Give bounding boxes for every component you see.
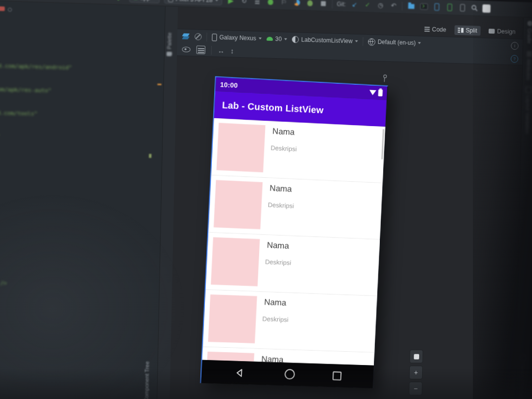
list-item[interactable]: Nama Deskripsi	[208, 175, 382, 240]
tab-code-label: Code	[432, 26, 446, 33]
api-picker-label: 30	[275, 35, 282, 42]
device-file-explorer-icon	[520, 355, 526, 362]
list-item[interactable]: Nama Deskripsi	[203, 290, 377, 353]
component-tree-tab[interactable]: Component Tree	[142, 361, 150, 399]
attributes-tab[interactable]: Attributes	[526, 51, 532, 80]
device-manager-icon[interactable]	[432, 2, 441, 11]
locale-picker-label: Default (en-us)	[377, 38, 416, 46]
code-line[interactable]: …w" />	[0, 280, 67, 291]
code-line[interactable]: …id.com/apk/res/android"	[0, 63, 72, 75]
run-button[interactable]: ▶	[227, 0, 235, 5]
nav-home-icon[interactable]	[284, 369, 295, 380]
run-configuration-select[interactable]: app	[129, 0, 160, 3]
palette-label: Palette	[166, 33, 172, 50]
attach-debugger-button[interactable]: ⚐	[279, 0, 288, 7]
xml-code[interactable]: …id.com/apk/res/android" …com/apk/res-au…	[0, 49, 72, 304]
locale-picker[interactable]: Default (en-us)	[368, 38, 421, 47]
layout-validation-tab[interactable]: Layout Validation	[525, 87, 532, 134]
git-rollback-button[interactable]: ↶	[389, 1, 398, 10]
tab-design[interactable]: Design	[485, 26, 519, 37]
theme-icon	[292, 36, 299, 43]
key-icon	[382, 74, 387, 82]
tab-split[interactable]: Split	[454, 25, 481, 35]
profiler-button[interactable]	[293, 0, 301, 7]
notifications-icon[interactable]	[483, 4, 491, 13]
git-update-button[interactable]: ↙	[350, 0, 359, 9]
nav-back-icon[interactable]	[234, 367, 245, 378]
tab-code[interactable]: Code	[421, 24, 450, 34]
item-title: Nama	[264, 298, 287, 308]
palette-icon	[166, 52, 171, 56]
git-history-button[interactable]: ◷	[376, 0, 385, 9]
debug-button[interactable]	[266, 0, 275, 6]
project-structure-icon[interactable]	[407, 1, 416, 10]
stop-button[interactable]	[319, 0, 328, 8]
item-subtitle: Deskripsi	[262, 315, 289, 324]
zoom-in-button[interactable]: +	[409, 366, 423, 379]
view-options-icon[interactable]	[182, 47, 190, 53]
zoom-fit-icon	[414, 354, 419, 359]
build-wrench-icon[interactable]	[117, 0, 125, 1]
tab-design-label: Design	[497, 28, 516, 35]
chevron-down-icon	[418, 42, 421, 44]
search-icon[interactable]	[471, 4, 479, 12]
layout-validation-label: Layout Validation	[525, 95, 531, 133]
nav-recents-icon[interactable]	[332, 371, 341, 380]
chevron-down-icon	[259, 37, 262, 39]
device-picker-label: Galaxy Nexus	[219, 34, 256, 42]
toolbar-divider	[332, 0, 332, 8]
zoom-out-button[interactable]: −	[409, 382, 423, 396]
info-icon[interactable]: i	[511, 42, 519, 50]
sync-project-button[interactable]	[253, 0, 262, 6]
gradle-tab[interactable]: Gradle	[527, 21, 532, 44]
item-title: Nama	[266, 240, 289, 251]
profile-apk-button[interactable]	[306, 0, 315, 7]
apply-changes-button[interactable]: ↻	[239, 0, 248, 5]
color-off-icon[interactable]	[195, 33, 201, 40]
api-picker[interactable]: 30	[266, 35, 287, 43]
design-surface-icon[interactable]	[182, 33, 190, 39]
sdk-manager-icon[interactable]	[459, 3, 467, 12]
item-thumbnail	[216, 123, 265, 172]
layout-list-icon[interactable]	[196, 45, 205, 54]
running-devices-icon[interactable]	[445, 3, 454, 12]
component-tree-label: Component Tree	[143, 361, 150, 399]
orientation-horizontal-icon[interactable]: ↔	[218, 46, 225, 54]
terminal-icon[interactable]	[420, 2, 429, 11]
code-line[interactable]: …t"	[0, 133, 70, 145]
item-title: Nama	[269, 183, 292, 194]
list-item[interactable]: Nama Deskripsi	[205, 233, 380, 296]
code-line[interactable]: …id.com/tools"	[0, 109, 71, 122]
palette-tab[interactable]: Palette	[166, 33, 172, 57]
git-label: Git:	[337, 0, 346, 7]
listview[interactable]: Nama Deskripsi Nama Deskripsi Nama Deskr…	[202, 118, 386, 366]
chevron-down-icon	[215, 0, 218, 1]
run-configuration-label: app	[140, 0, 151, 1]
code-line[interactable]: …com/apk/res-auto"	[0, 86, 71, 99]
attributes-label: Attributes	[526, 59, 532, 80]
code-line[interactable]: …w"	[0, 256, 68, 267]
theme-picker-label: LabCustomListView	[301, 36, 352, 45]
theme-picker[interactable]: LabCustomListView	[292, 36, 358, 45]
zoom-fit-button[interactable]	[409, 350, 423, 364]
design-pane: Code Split Design Galaxy Nexus	[169, 7, 524, 399]
orientation-vertical-icon[interactable]: ↕	[231, 47, 234, 55]
device-picker[interactable]: Galaxy Nexus	[212, 33, 262, 42]
device-file-explorer-tab[interactable]: Device File Explorer	[519, 355, 526, 399]
code-line[interactable]: …r"	[0, 233, 68, 244]
item-title: Nama	[272, 127, 295, 137]
git-commit-button[interactable]: ✓	[363, 0, 372, 9]
phone-preview[interactable]: 10:00 Lab - Custom ListView Nama Deskrip…	[200, 76, 388, 389]
device-icon	[168, 0, 173, 2]
gutter-marker	[149, 154, 151, 158]
help-icon[interactable]: ?	[511, 55, 519, 63]
item-subtitle: Deskripsi	[265, 258, 292, 266]
device-select[interactable]: Pixel 3 API 28	[164, 0, 222, 5]
item-subtitle: Deskripsi	[267, 201, 294, 209]
design-icon	[489, 29, 495, 33]
list-item[interactable]: Nama Deskripsi	[211, 118, 385, 183]
gradle-label: Gradle	[527, 29, 532, 44]
code-line[interactable]: …g"	[0, 157, 70, 168]
code-editor-pane[interactable]: …id.com/apk/res/android" …com/apk/res-au…	[0, 1, 165, 399]
scrollbar-warning-marker[interactable]	[158, 84, 162, 85]
